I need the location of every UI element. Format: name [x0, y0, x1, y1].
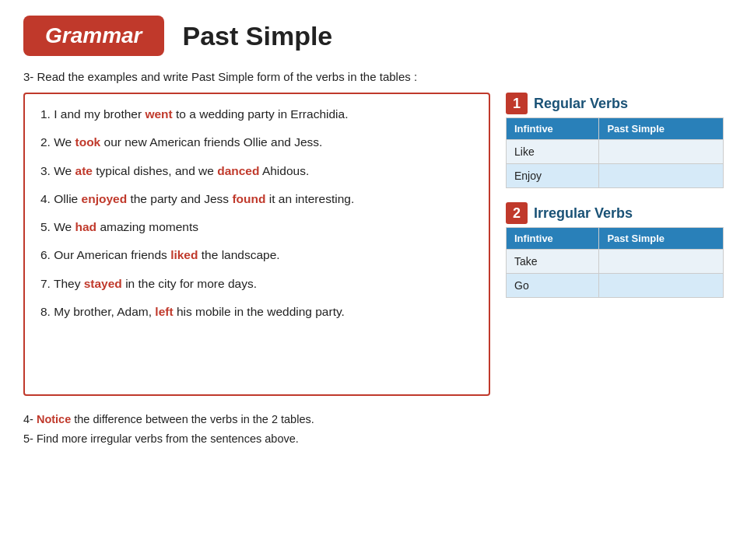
list-item: 5. We had amazing moments	[40, 218, 473, 236]
list-item: 1. I and my brother went to a wedding pa…	[40, 105, 473, 123]
regular-verbs-title: Regular Verbs	[534, 96, 628, 112]
note-item: 5- Find more irregular verbs from the se…	[23, 429, 724, 449]
irregular-verbs-header: 2 Irregular Verbs	[506, 202, 724, 224]
table-header: Infintive	[507, 118, 599, 140]
table-row: Like	[507, 140, 724, 164]
regular-verbs-table: InfintivePast SimpleLikeEnjoy	[506, 117, 724, 188]
main-content: 1. I and my brother went to a wedding pa…	[23, 93, 724, 396]
header: Grammar Past Simple	[23, 16, 724, 56]
table-header: Past Simple	[599, 118, 724, 140]
list-item: 4. Ollie enjoyed the party and Jess foun…	[40, 190, 473, 208]
regular-verbs-header: 1 Regular Verbs	[506, 93, 724, 114]
irregular-verbs-table: InfintivePast SimpleTakeGo	[506, 227, 724, 298]
irregular-verbs-title: Irregular Verbs	[534, 205, 633, 222]
bottom-notes: 4- Notice the difference between the ver…	[23, 410, 724, 448]
page: Grammar Past Simple 3- Read the examples…	[0, 0, 747, 560]
list-item: 7. They stayed in the city for more days…	[40, 275, 473, 292]
table-row: Take	[507, 250, 724, 274]
list-item: 3. We ate typical dishes, and we danced …	[40, 162, 473, 180]
list-item: 6. Our American friends liked the landsc…	[40, 246, 473, 264]
tables-area: 1 Regular Verbs InfintivePast SimpleLike…	[506, 93, 724, 312]
list-item: 2. We took our new American friends Olli…	[40, 133, 473, 151]
irregular-verbs-number: 2	[506, 202, 528, 224]
grammar-badge: Grammar	[23, 16, 164, 56]
irregular-verbs-section: 2 Irregular Verbs InfintivePast SimpleTa…	[506, 202, 724, 298]
table-row: Go	[507, 274, 724, 298]
list-item: 8. My brother, Adam, left his mobile in …	[40, 303, 473, 320]
table-row: Enjoy	[507, 164, 724, 188]
sentences-box: 1. I and my brother went to a wedding pa…	[23, 93, 490, 396]
table-header: Infintive	[507, 228, 599, 250]
regular-verbs-number: 1	[506, 93, 528, 114]
table-header: Past Simple	[599, 228, 724, 250]
regular-verbs-section: 1 Regular Verbs InfintivePast SimpleLike…	[506, 93, 724, 188]
page-title: Past Simple	[183, 21, 333, 51]
instruction-text: 3- Read the examples and write Past Simp…	[23, 70, 724, 83]
note-item: 4- Notice the difference between the ver…	[23, 410, 724, 429]
